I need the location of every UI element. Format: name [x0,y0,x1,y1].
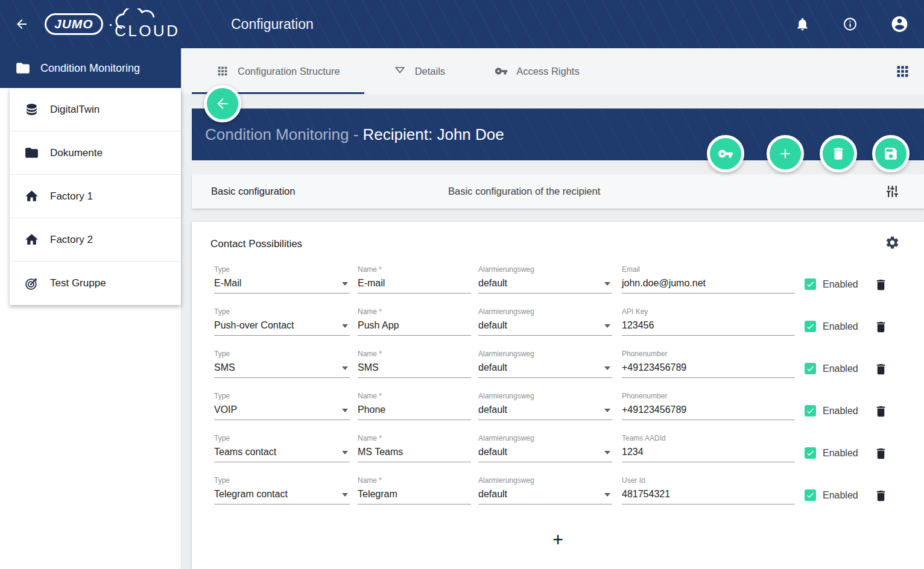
field-value: Teams contact [214,446,350,457]
delete-row-icon[interactable] [874,278,888,292]
basic-configuration-description: Basic configuration of the recipient [448,186,600,197]
sidebar-item-label: DigitalTwin [50,104,100,116]
field-value: +49123456789 [622,404,795,415]
enabled-toggle[interactable]: Enabled [805,278,858,290]
checkbox-checked-icon[interactable] [805,278,816,290]
sidebar-item-condition-monitoring[interactable]: Condition Monitoring [0,48,181,88]
contact-type-select[interactable]: Type E-Mail [214,265,350,294]
contact-name-input[interactable]: Name * SMS [358,350,471,378]
recipient-title: Condition Monitoring - Recipient: John D… [205,125,504,144]
alarm-route-select[interactable]: Alarmierungsweg default [478,307,612,336]
sliders-icon[interactable] [885,184,900,199]
contact-name-input[interactable]: Name * Telegram [358,476,471,505]
recipient-header: Condition Monitoring - Recipient: John D… [192,108,924,160]
access-rights-fab[interactable] [707,135,744,172]
delete-row-icon[interactable] [874,362,888,376]
recipient-title-main: Recipient: John Doe [363,125,504,143]
enabled-toggle[interactable]: Enabled [805,321,858,332]
contact-type-select[interactable]: Type VOIP [214,392,350,420]
contact-name-input[interactable]: Name * MS Teams [358,434,471,462]
field-label: Alarmierungsweg [478,434,612,442]
field-label: Name * [358,476,471,485]
alarm-route-select[interactable]: Alarmierungsweg default [478,392,612,420]
jumo-cloud-logo: JUMO · CLOUD [45,8,188,40]
contact-detail-input[interactable]: User Id 481754321 [622,476,795,505]
enabled-toggle[interactable]: Enabled [805,405,858,417]
dropdown-caret-icon [342,409,348,412]
contact-type-select[interactable]: Type SMS [214,350,350,378]
checkbox-checked-icon[interactable] [805,405,816,417]
contact-name-input[interactable]: Name * Push App [358,307,471,336]
notifications-icon[interactable] [795,17,810,32]
delete-row-icon[interactable] [874,447,888,461]
gear-icon[interactable] [885,235,900,250]
enabled-toggle[interactable]: Enabled [805,489,858,501]
delete-row-icon[interactable] [874,320,888,334]
sidebar-item-factory-1[interactable]: Factory 1 [10,175,181,218]
checkbox-checked-icon[interactable] [805,321,816,332]
delete-row-icon[interactable] [874,489,888,503]
filter-icon [393,64,407,78]
field-label: Phonenumber [622,350,795,358]
info-icon[interactable] [843,17,858,32]
sidebar-item-dokumente[interactable]: Dokumente [10,131,181,175]
contact-detail-input[interactable]: API Key 123456 [622,307,795,336]
delete-fab[interactable] [820,135,857,172]
contact-name-input[interactable]: Name * E-mail [358,265,471,294]
grid-view-icon[interactable] [894,63,911,80]
sidebar-item-digitaltwin[interactable]: DigitalTwin [10,88,181,131]
add-contact-button[interactable]: + [552,530,563,549]
sidebar-item-label: Factory 2 [50,234,93,246]
enabled-toggle[interactable]: Enabled [805,363,858,374]
contact-detail-input[interactable]: Phonenumber +49123456789 [622,350,795,378]
account-icon[interactable] [890,15,909,34]
alarm-route-select[interactable]: Alarmierungsweg default [478,350,612,378]
alarm-route-select[interactable]: Alarmierungsweg default [478,434,612,462]
contact-detail-input[interactable]: Phonenumber +49123456789 [622,392,795,420]
svg-text:CLOUD: CLOUD [115,22,180,40]
save-icon [883,146,899,162]
contact-detail-input[interactable]: Teams AADId 1234 [622,434,795,462]
field-label: Alarmierungsweg [478,392,612,400]
field-label: Alarmierungsweg [478,350,612,358]
checkbox-checked-icon[interactable] [805,447,816,459]
basic-configuration-row[interactable]: Basic configuration Basic configuration … [192,174,924,209]
enabled-label: Enabled [823,321,858,332]
back-icon[interactable] [14,17,29,31]
sidebar-item-test-gruppe[interactable]: Test Gruppe [10,262,181,305]
enabled-label: Enabled [823,363,858,374]
dropdown-caret-icon [604,451,610,454]
alarm-route-select[interactable]: Alarmierungsweg default [478,265,612,294]
enabled-label: Enabled [823,406,858,417]
checkbox-checked-icon[interactable] [805,489,816,501]
tab-details[interactable]: Details [373,48,466,94]
dropdown-caret-icon [342,282,348,286]
field-label: Type [214,476,350,485]
contact-detail-input[interactable]: Email john.doe@jumo.net [622,265,795,294]
checkbox-checked-icon[interactable] [805,363,816,374]
delete-row-icon[interactable] [874,404,888,418]
back-fab[interactable] [204,85,241,122]
field-label: Phonenumber [622,392,795,400]
field-value: SMS [358,362,471,373]
contact-type-select[interactable]: Type Push-over Contact [214,307,350,336]
tab-access-rights[interactable]: Access Rights [474,48,600,94]
dropdown-caret-icon [604,324,610,328]
add-fab[interactable] [767,135,804,172]
dropdown-caret-icon [342,493,348,497]
contact-name-input[interactable]: Name * Phone [358,392,471,420]
save-fab[interactable] [872,135,910,172]
alarm-route-select[interactable]: Alarmierungsweg default [478,476,612,505]
page-title: Configuration [231,16,314,33]
enabled-toggle[interactable]: Enabled [805,447,858,459]
field-value: VOIP [214,404,350,415]
tab-label: Access Rights [516,66,580,77]
sidebar-item-label: Dokumente [50,147,103,159]
folder-icon [24,145,39,160]
contact-type-select[interactable]: Type Teams contact [214,434,350,462]
sidebar-root-label: Condition Monitoring [40,62,140,75]
contact-type-select[interactable]: Type Telegram contact [214,476,350,505]
field-value: Telegram contact [214,488,350,500]
sidebar-item-factory-2[interactable]: Factory 2 [10,218,181,262]
sidebar-item-label: Test Gruppe [50,277,106,289]
